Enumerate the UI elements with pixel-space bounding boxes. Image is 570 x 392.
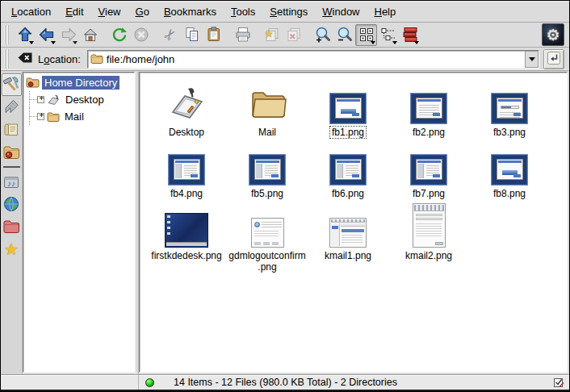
copy-button[interactable] xyxy=(181,24,203,46)
installer-sidebar-thumbnail xyxy=(329,154,367,186)
file-label: kmail1.png xyxy=(323,250,373,261)
main-toolbar: ✂ ⚙ xyxy=(1,23,569,48)
tree-item-label: Home Directory xyxy=(42,76,119,90)
file-label: Mail xyxy=(257,127,278,138)
toolbar-drag-handle[interactable] xyxy=(4,25,10,44)
dropdown-arrow-icon[interactable] xyxy=(73,41,78,44)
forward-arrow-button[interactable] xyxy=(57,24,79,46)
file-item-fb8-png[interactable]: fb8.png xyxy=(469,140,550,199)
file-icon-box xyxy=(168,140,205,186)
menu-item-help[interactable]: Help xyxy=(367,3,404,20)
home-folder-icon xyxy=(2,144,20,161)
reload-button[interactable] xyxy=(108,24,130,46)
file-icon-box xyxy=(491,79,528,124)
file-item-kmail2-png[interactable]: kmail2.png xyxy=(388,202,469,273)
home-button[interactable] xyxy=(79,24,101,46)
dropdown-arrow-icon[interactable] xyxy=(414,41,419,44)
file-item-gdmlogoutconfirm-png[interactable]: gdmlogoutconfirm.png xyxy=(227,202,308,273)
tree-item-mail[interactable]: Mail xyxy=(24,108,133,125)
status-text: 14 Items - 12 Files (980.0 KB Total) - 2… xyxy=(174,377,553,388)
print-button[interactable] xyxy=(232,24,254,46)
stop-button[interactable] xyxy=(130,24,152,46)
tree-item-desktop[interactable]: Desktop xyxy=(24,91,133,108)
dropdown-arrow-icon[interactable] xyxy=(392,41,397,44)
sidebar-button-bookmarks-star[interactable]: ★ xyxy=(2,238,22,261)
menu-item-tools[interactable]: Tools xyxy=(224,3,262,20)
file-item-desktop[interactable]: Desktop xyxy=(146,79,227,138)
file-item-kmail1-png[interactable]: kmail1.png xyxy=(308,202,388,273)
menu-item-location[interactable]: Location xyxy=(4,3,58,20)
file-grid: DesktopMailfb1.pngfb2.pngfb3.pngfb4.pngf… xyxy=(146,79,567,276)
close-stack-button[interactable] xyxy=(283,24,304,46)
paste-button[interactable] xyxy=(203,24,224,46)
icon-view-button[interactable] xyxy=(355,24,377,46)
file-icon-box xyxy=(165,202,208,248)
menu-item-go[interactable]: Go xyxy=(128,3,157,20)
cut-button[interactable]: ✂ xyxy=(159,24,181,46)
file-item-fb5-png[interactable]: fb5.png xyxy=(227,140,308,199)
new-stack-button[interactable] xyxy=(261,24,283,46)
home-folder-icon xyxy=(26,77,40,89)
sidebar-button-bar: ♪♪★ xyxy=(1,72,23,374)
home-icon xyxy=(82,26,99,44)
network-globe-icon xyxy=(2,195,20,213)
svg-text:♪♪: ♪♪ xyxy=(7,179,15,188)
locationbar-drag-handle[interactable] xyxy=(4,49,10,69)
copy-icon xyxy=(183,26,201,44)
file-label: fb4.png xyxy=(169,188,204,199)
location-dropdown-button[interactable] xyxy=(525,51,539,68)
tree-item-home-directory[interactable]: Home Directory xyxy=(24,74,133,91)
location-input[interactable] xyxy=(107,53,525,65)
zoom-out-button[interactable] xyxy=(333,24,355,46)
sidebar-button-bookmark-ribbon[interactable] xyxy=(2,96,22,119)
mail-shot-thumbnail xyxy=(329,218,367,248)
tree-connector xyxy=(29,108,37,125)
sidebar-button-media-player[interactable]: ♪♪ xyxy=(2,170,22,193)
file-label: Desktop xyxy=(167,127,206,138)
dropdown-arrow-icon[interactable] xyxy=(371,41,375,44)
location-combobox[interactable] xyxy=(87,50,539,69)
media-player-icon: ♪♪ xyxy=(2,173,20,190)
menu-item-settings[interactable]: Settings xyxy=(262,3,315,20)
clear-location-icon xyxy=(17,51,33,67)
go-button[interactable] xyxy=(543,49,564,69)
file-item-fb6-png[interactable]: fb6.png xyxy=(308,140,388,199)
checkmark-pen-icon xyxy=(553,377,564,388)
sidebar-button-root-folder[interactable] xyxy=(2,215,22,238)
sidebar-button-home-folder[interactable] xyxy=(2,141,22,164)
file-item-mail[interactable]: Mail xyxy=(227,79,308,138)
zoom-out-icon xyxy=(336,26,354,44)
file-icon-box xyxy=(167,79,206,124)
composer-shot-thumbnail xyxy=(413,203,446,248)
sidebar-button-history-scroll[interactable] xyxy=(2,119,22,141)
file-item-fb2-png[interactable]: fb2.png xyxy=(388,79,469,138)
file-item-fb4-png[interactable]: fb4.png xyxy=(146,140,227,199)
file-item-firstkdedesk-png[interactable]: firstkdedesk.png xyxy=(146,202,227,273)
tree-view-button[interactable] xyxy=(377,24,399,46)
file-item-fb1-png[interactable]: fb1.png xyxy=(308,79,388,138)
menu-item-view[interactable]: View xyxy=(91,3,128,20)
cut-icon: ✂ xyxy=(164,27,176,42)
dropdown-arrow-icon[interactable] xyxy=(29,41,34,44)
menu-item-bookmarks[interactable]: Bookmarks xyxy=(157,3,224,20)
chevron-down-icon xyxy=(529,57,535,61)
file-label: kmail2.png xyxy=(404,250,454,261)
zoom-in-button[interactable] xyxy=(312,24,333,46)
menu-item-edit[interactable]: Edit xyxy=(58,3,90,20)
file-item-fb3-png[interactable]: fb3.png xyxy=(469,79,550,138)
dropdown-arrow-icon[interactable] xyxy=(51,41,56,44)
status-led-icon xyxy=(145,378,154,387)
back-arrow-button[interactable] xyxy=(36,24,57,46)
sidebar-button-configure-tools[interactable] xyxy=(2,73,22,96)
file-item-fb7-png[interactable]: fb7.png xyxy=(388,140,469,199)
folder-tree-panel: Home DirectoryDesktopMail xyxy=(23,72,135,373)
fsview-button[interactable] xyxy=(399,24,421,46)
sidebar-button-network-globe[interactable] xyxy=(2,193,22,215)
up-arrow-button[interactable] xyxy=(14,24,36,46)
tree-expander-icon[interactable] xyxy=(37,96,44,103)
location-toolbar: Location: xyxy=(1,48,569,71)
clear-location-button[interactable] xyxy=(15,50,35,68)
menu-item-window[interactable]: Window xyxy=(315,3,367,20)
history-scroll-icon xyxy=(2,121,20,139)
tree-expander-icon[interactable] xyxy=(37,113,44,120)
